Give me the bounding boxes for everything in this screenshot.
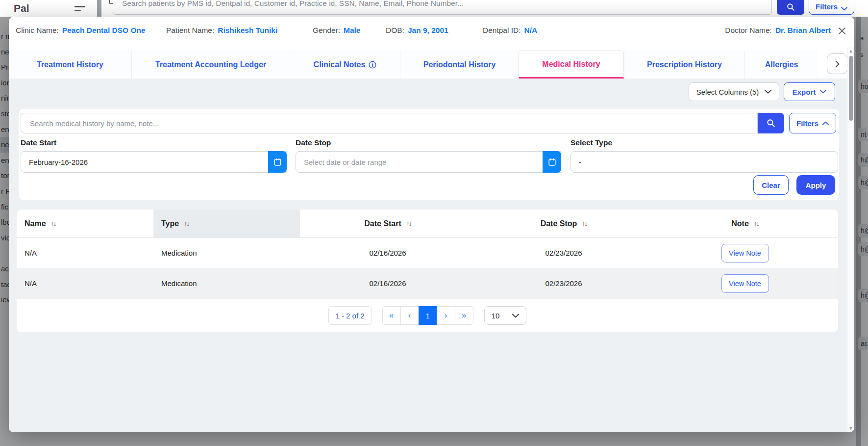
scrollbar-thumb[interactable]	[849, 56, 853, 121]
tab-medical-history[interactable]: Medical History	[519, 51, 624, 79]
previous-page-button[interactable]: ‹	[400, 306, 419, 325]
sort-icon[interactable]: ↑↓	[51, 220, 56, 228]
column-header-note[interactable]: Note ↑↓	[652, 210, 838, 237]
dob-field: DOB: Jan 9, 2001	[386, 17, 448, 44]
doctor-name-field: Doctor Name: Dr. Brian Albert	[725, 17, 831, 44]
filters-toggle-button[interactable]: Filters	[789, 113, 836, 133]
cell-date-stop: 02/23/2026	[475, 268, 652, 298]
table-toolbar: Select Columns (5) Export	[689, 82, 835, 101]
cell-type: Medication	[153, 268, 300, 298]
calendar-icon	[273, 157, 282, 167]
select-columns-dropdown[interactable]: Select Columns (5)	[689, 82, 779, 101]
patient-name-field: Patient Name: Rishikesh Tuniki	[166, 17, 277, 44]
close-icon[interactable]	[836, 25, 848, 37]
select-type-label: Select Type	[570, 138, 612, 147]
patient-search-input[interactable]	[113, 0, 772, 15]
view-note-button[interactable]: View Note	[721, 244, 769, 262]
date-start-input[interactable]	[21, 151, 287, 173]
modal-scrollbar[interactable]: ▲ ▼	[847, 47, 854, 432]
page-1-button[interactable]: 1	[419, 306, 437, 325]
gender-field: Gender: Male	[313, 17, 360, 44]
tab-treatment-history[interactable]: Treatment History	[9, 51, 131, 79]
export-button[interactable]: Export	[784, 82, 835, 101]
search-icon	[786, 2, 795, 12]
tab-periodontal-history[interactable]: Periodontal History	[400, 51, 519, 79]
chevron-right-icon	[835, 60, 840, 68]
clear-button[interactable]: Clear	[753, 175, 789, 195]
date-start-calendar-button[interactable]	[268, 151, 287, 173]
next-page-button[interactable]: ›	[437, 306, 455, 325]
column-header-type[interactable]: Type ↑↓	[153, 210, 300, 237]
apply-button[interactable]: Apply	[796, 175, 835, 195]
table-header-row: Name ↑↓ Type ↑↓ Date Start ↑↓ Date Stop …	[17, 210, 838, 238]
column-header-date-start[interactable]: Date Start ↑↓	[300, 210, 475, 237]
first-page-button[interactable]: «	[382, 306, 401, 325]
tabs-scroll-right-button[interactable]	[827, 53, 847, 74]
medical-history-table: Name ↑↓ Type ↑↓ Date Start ↑↓ Date Stop …	[17, 210, 838, 332]
table-row: N/A Medication 02/16/2026 02/23/2026 Vie…	[17, 238, 838, 268]
date-start-label: Date Start	[21, 138, 56, 147]
table-row: N/A Medication 02/16/2026 02/23/2026 Vie…	[17, 268, 838, 299]
cell-note: View Note	[652, 238, 838, 268]
medical-history-search-input[interactable]	[21, 113, 758, 133]
scroll-down-icon[interactable]: ▼	[847, 426, 854, 431]
cell-date-start: 02/16/2026	[300, 238, 475, 268]
cell-note: View Note	[652, 268, 838, 298]
patient-history-modal: Clinic Name: Peach Dental DSO One Patien…	[9, 17, 854, 432]
chevron-down-icon	[765, 90, 771, 94]
dentpal-id-field: Dentpal ID: N/A	[483, 17, 537, 44]
page-size-select[interactable]: 10	[484, 306, 526, 325]
scroll-up-icon[interactable]: ▲	[847, 49, 854, 53]
info-icon	[369, 61, 376, 69]
history-tabs: Treatment History Treatment Accounting L…	[9, 51, 818, 79]
background-top-bar: Pal Connect Filters	[0, 0, 868, 17]
patient-filters-button[interactable]: Filters	[809, 0, 854, 15]
cell-name: N/A	[17, 238, 153, 268]
select-type-input[interactable]	[570, 151, 838, 173]
pagination: 1 - 2 of 2 « ‹ 1 › » 10	[17, 299, 838, 332]
cell-date-start: 02/16/2026	[300, 268, 475, 298]
calendar-icon	[547, 157, 557, 167]
search-button[interactable]	[758, 113, 784, 133]
patient-search-button[interactable]	[777, 0, 804, 15]
sort-icon[interactable]: ↑↓	[754, 220, 759, 228]
chevron-down-icon	[841, 7, 847, 11]
clinic-name-field: Clinic Name: Peach Dental DSO One	[16, 17, 146, 44]
chevron-down-icon	[512, 314, 519, 318]
column-header-name[interactable]: Name ↑↓	[17, 210, 153, 237]
pagination-controls: « ‹ 1 › »	[382, 306, 473, 325]
tab-clinical-notes[interactable]: Clinical Notes	[290, 51, 400, 79]
date-stop-calendar-button[interactable]	[543, 151, 561, 173]
cell-name: N/A	[17, 268, 153, 298]
sort-icon[interactable]: ↑↓	[406, 220, 411, 228]
sort-icon[interactable]: ↑↓	[184, 220, 189, 228]
tab-treatment-accounting-ledger[interactable]: Treatment Accounting Ledger	[131, 51, 290, 79]
tab-prescription-history[interactable]: Prescription History	[624, 51, 744, 79]
cell-date-stop: 02/23/2026	[475, 238, 652, 268]
pagination-range: 1 - 2 of 2	[328, 306, 371, 325]
view-note-button[interactable]: View Note	[721, 274, 769, 293]
date-stop-input[interactable]	[296, 151, 561, 173]
cell-type: Medication	[153, 238, 300, 268]
column-header-date-stop[interactable]: Date Stop ↑↓	[475, 210, 652, 237]
menu-icon[interactable]	[74, 6, 86, 12]
sidebar-divider	[97, 0, 101, 17]
date-stop-label: Date Stop	[296, 138, 331, 147]
screen: Pal Connect Filters r mnePraionninsteent…	[0, 0, 868, 446]
search-icon	[766, 118, 776, 128]
tab-content: Select Columns (5) Export Filters Date S	[9, 79, 854, 432]
sort-icon[interactable]: ↑↓	[582, 220, 587, 228]
search-filter-panel: Filters Date Start Date Stop Select Type…	[19, 109, 839, 200]
chevron-up-icon	[822, 121, 829, 125]
chevron-down-icon	[820, 90, 826, 94]
last-page-button[interactable]: »	[455, 306, 473, 325]
modal-header: Clinic Name: Peach Dental DSO One Patien…	[9, 17, 854, 44]
app-logo: Pal	[14, 2, 29, 14]
tab-allergies[interactable]: Allergies	[744, 51, 818, 79]
